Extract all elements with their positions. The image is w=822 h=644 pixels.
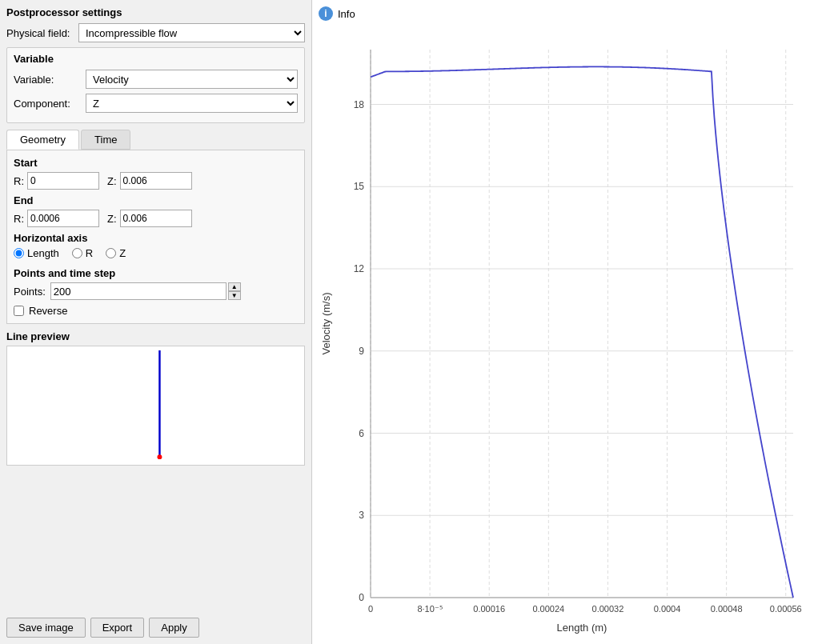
apply-button[interactable]: Apply — [149, 618, 199, 638]
tab-time[interactable]: Time — [81, 130, 130, 150]
start-z-label: Z: — [107, 175, 117, 187]
export-button[interactable]: Export — [90, 618, 145, 638]
axis-radio-group: Length R Z — [14, 247, 298, 259]
bottom-buttons: Save image Export Apply — [6, 613, 305, 638]
reverse-checkbox[interactable] — [14, 306, 24, 316]
axis-r-radio[interactable] — [72, 248, 82, 258]
start-z-input[interactable] — [120, 172, 192, 190]
axis-z-radio[interactable] — [106, 248, 116, 258]
physical-field-row: Physical field: Incompressible flow Heat… — [6, 23, 305, 42]
physical-field-select[interactable]: Incompressible flow Heat transfer — [78, 23, 305, 42]
end-z-label: Z: — [107, 213, 117, 225]
variable-group-title: Variable — [14, 53, 298, 65]
tab-bar: Geometry Time — [6, 130, 305, 150]
line-preview-section: Line preview — [6, 330, 305, 466]
component-row: Component: Z X Y Magnitude — [14, 94, 298, 113]
axis-z-option[interactable]: Z — [106, 247, 126, 259]
chart-container — [319, 26, 809, 638]
points-up-button[interactable]: ▲ — [228, 282, 241, 291]
points-time-label: Points and time step — [14, 267, 298, 279]
horizontal-axis-label: Horizontal axis — [14, 232, 298, 244]
axis-r-option[interactable]: R — [72, 247, 93, 259]
axis-r-label: R — [86, 247, 93, 259]
variable-row: Variable: Velocity Pressure — [14, 70, 298, 89]
variable-group: Variable Variable: Velocity Pressure Com… — [6, 47, 305, 123]
points-label: Points: — [14, 286, 46, 298]
points-down-button[interactable]: ▼ — [228, 291, 241, 300]
end-z-input[interactable] — [120, 210, 192, 227]
start-label: Start — [14, 157, 298, 169]
axis-length-label: Length — [27, 247, 59, 259]
right-panel: i Info — [312, 0, 822, 644]
line-preview-box — [6, 346, 305, 466]
points-spinner: ▲ ▼ — [228, 282, 241, 300]
end-label: End — [14, 194, 298, 206]
tabs-container: Geometry Time Start R: Z: End R: Z: Hori… — [6, 130, 305, 330]
line-preview-title: Line preview — [6, 330, 305, 342]
component-select[interactable]: Z X Y Magnitude — [86, 94, 298, 113]
axis-length-radio[interactable] — [14, 248, 24, 258]
tab-geometry[interactable]: Geometry — [6, 130, 79, 150]
info-bar: i Info — [319, 6, 809, 21]
svg-rect-0 — [10, 346, 302, 465]
velocity-chart — [319, 26, 809, 638]
reverse-label: Reverse — [29, 305, 67, 317]
info-label: Info — [338, 8, 355, 20]
end-row: R: Z: — [14, 210, 298, 227]
reverse-row: Reverse — [14, 305, 298, 317]
end-r-input[interactable] — [27, 210, 99, 227]
start-r-input[interactable] — [27, 172, 99, 190]
points-input[interactable] — [50, 282, 227, 300]
left-panel: Postprocessor settings Physical field: I… — [0, 0, 312, 644]
info-icon: i — [319, 6, 333, 21]
physical-field-label: Physical field: — [6, 27, 78, 39]
save-image-button[interactable]: Save image — [6, 618, 86, 638]
variable-select[interactable]: Velocity Pressure — [86, 70, 298, 89]
line-preview-svg — [7, 346, 304, 465]
component-label: Component: — [14, 98, 86, 110]
start-row: R: Z: — [14, 172, 298, 190]
axis-length-option[interactable]: Length — [14, 247, 59, 259]
geometry-tab-content: Start R: Z: End R: Z: Horizontal axis L — [6, 150, 305, 324]
end-r-label: R: — [14, 213, 24, 225]
start-r-label: R: — [14, 175, 24, 187]
svg-point-2 — [157, 454, 162, 459]
points-row: Points: ▲ ▼ — [14, 282, 298, 300]
variable-label: Variable: — [14, 74, 86, 86]
axis-z-label: Z — [119, 247, 126, 259]
postprocessor-title: Postprocessor settings — [6, 6, 305, 18]
